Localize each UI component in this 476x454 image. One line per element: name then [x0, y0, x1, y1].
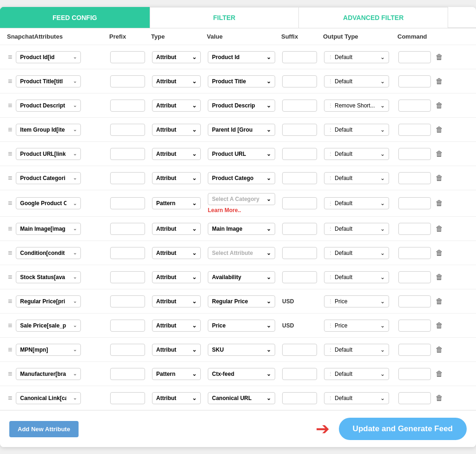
attribute-select[interactable]: MPN[mpn] ⌄ — [16, 344, 81, 356]
value-select[interactable]: Availability ⌄ — [208, 271, 275, 283]
output-type-select[interactable]: ⋮ Default ⌄ — [324, 344, 389, 356]
output-type-select[interactable]: ⋮ Default ⌄ — [324, 247, 389, 259]
suffix-input[interactable] — [282, 247, 317, 259]
drag-icon[interactable]: ≡ — [8, 199, 12, 207]
attribute-select[interactable]: Product Title[titl ⌄ — [16, 75, 81, 87]
delete-button[interactable]: 🗑 — [436, 297, 443, 306]
add-attribute-button[interactable]: Add New Attribute — [9, 421, 79, 437]
prefix-input[interactable] — [110, 148, 145, 160]
suffix-input[interactable] — [282, 344, 317, 356]
prefix-input[interactable] — [110, 320, 145, 332]
delete-button[interactable]: 🗑 — [436, 126, 443, 134]
prefix-input[interactable] — [110, 124, 145, 136]
drag-icon[interactable]: ≡ — [8, 249, 12, 257]
command-input[interactable] — [398, 100, 431, 112]
command-input[interactable] — [398, 124, 431, 136]
attribute-select[interactable]: Stock Status[ava ⌄ — [16, 271, 81, 283]
output-type-select[interactable]: ⋮ Price ⌄ — [324, 295, 389, 307]
command-input[interactable] — [398, 172, 431, 184]
prefix-input[interactable] — [110, 100, 145, 112]
drag-icon[interactable]: ≡ — [8, 370, 12, 378]
output-type-select[interactable]: ⋮ Default ⌄ — [324, 197, 389, 209]
prefix-input[interactable] — [110, 51, 145, 63]
attribute-select[interactable]: Product Categori ⌄ — [16, 172, 81, 184]
suffix-input[interactable] — [282, 75, 317, 87]
attribute-select[interactable]: Condition[condit ⌄ — [16, 247, 81, 259]
delete-button[interactable]: 🗑 — [436, 53, 443, 61]
prefix-input[interactable] — [110, 368, 145, 380]
command-input[interactable] — [398, 295, 431, 307]
output-type-select[interactable]: ⋮ Default ⌄ — [324, 148, 389, 160]
type-select[interactable]: Attribut ⌄ — [152, 271, 201, 283]
attribute-select[interactable]: Item Group Id[ite ⌄ — [16, 124, 81, 136]
command-input[interactable] — [398, 271, 431, 283]
drag-icon[interactable]: ≡ — [8, 174, 12, 182]
value-select[interactable]: Select Attribute ⌄ — [208, 247, 275, 259]
attribute-select[interactable]: Product URL[link ⌄ — [16, 148, 81, 160]
drag-icon[interactable]: ≡ — [8, 77, 12, 86]
value-select[interactable]: Main Image ⌄ — [208, 223, 275, 235]
command-input[interactable] — [398, 247, 431, 259]
command-input[interactable] — [398, 320, 431, 332]
command-input[interactable] — [398, 75, 431, 87]
drag-icon[interactable]: ≡ — [8, 273, 12, 281]
delete-button[interactable]: 🗑 — [436, 174, 443, 182]
type-select[interactable]: Pattern ⌄ — [152, 368, 201, 380]
attribute-select[interactable]: Sale Price[sale_p ⌄ — [16, 320, 81, 332]
value-select[interactable]: Regular Price ⌄ — [208, 295, 275, 307]
output-type-select[interactable]: ⋮ Price ⌄ — [324, 320, 389, 332]
attribute-select[interactable]: Google Product C ⌄ — [16, 197, 81, 209]
value-select[interactable]: Canonical URL ⌄ — [208, 392, 275, 404]
output-type-select[interactable]: ⋮ Default ⌄ — [324, 51, 389, 63]
value-select[interactable]: Ctx-feed ⌄ — [208, 368, 275, 380]
delete-button[interactable]: 🗑 — [436, 225, 443, 233]
value-select[interactable]: Product Id ⌄ — [208, 51, 275, 63]
output-type-select[interactable]: ⋮ Default ⌄ — [324, 223, 389, 235]
attribute-select[interactable]: Main Image[imag ⌄ — [16, 223, 81, 235]
drag-icon[interactable]: ≡ — [8, 321, 12, 330]
output-type-select[interactable]: ⋮ Default ⌄ — [324, 368, 389, 380]
value-select[interactable]: Price ⌄ — [208, 320, 275, 332]
attribute-select[interactable]: Product Id[id ⌄ — [16, 51, 81, 63]
prefix-input[interactable] — [110, 197, 145, 209]
suffix-input[interactable] — [282, 197, 317, 209]
delete-button[interactable]: 🗑 — [436, 199, 443, 207]
value-select[interactable]: Product URL ⌄ — [208, 148, 275, 160]
type-select[interactable]: Attribut ⌄ — [152, 100, 201, 112]
drag-icon[interactable]: ≡ — [8, 297, 12, 306]
command-input[interactable] — [398, 51, 431, 63]
type-select[interactable]: Attribut ⌄ — [152, 172, 201, 184]
prefix-input[interactable] — [110, 271, 145, 283]
value-select[interactable]: SKU ⌄ — [208, 344, 275, 356]
value-select[interactable]: Product Title ⌄ — [208, 75, 275, 87]
attribute-select[interactable]: Product Descript ⌄ — [16, 100, 81, 112]
command-input[interactable] — [398, 148, 431, 160]
delete-button[interactable]: 🗑 — [436, 150, 443, 158]
command-input[interactable] — [398, 197, 431, 209]
type-select[interactable]: Attribut ⌄ — [152, 392, 201, 404]
type-select[interactable]: Attribut ⌄ — [152, 148, 201, 160]
value-select[interactable]: Product Catego ⌄ — [208, 172, 275, 184]
prefix-input[interactable] — [110, 172, 145, 184]
tab-filter[interactable]: FILTER — [150, 7, 299, 28]
suffix-input[interactable] — [282, 100, 317, 112]
value-select[interactable]: Parent Id [Grou ⌄ — [208, 124, 275, 136]
attribute-select[interactable]: Regular Price[pri ⌄ — [16, 295, 81, 307]
attribute-select[interactable]: Manufacturer[bra ⌄ — [16, 368, 81, 380]
delete-button[interactable]: 🗑 — [436, 249, 443, 257]
value-select[interactable]: Select A Category ⌄ — [208, 193, 275, 205]
delete-button[interactable]: 🗑 — [436, 321, 443, 330]
tab-advanced-filter[interactable]: ADVANCED FILTER — [299, 7, 448, 28]
output-type-select[interactable]: ⋮ Remove Short... ⌄ — [324, 100, 389, 112]
type-select[interactable]: Attribut ⌄ — [152, 295, 201, 307]
drag-icon[interactable]: ≡ — [8, 53, 12, 61]
type-select[interactable]: Attribut ⌄ — [152, 51, 201, 63]
tab-feed-config[interactable]: FEED CONFIG — [0, 7, 150, 28]
command-input[interactable] — [398, 392, 431, 404]
type-select[interactable]: Attribut ⌄ — [152, 124, 201, 136]
output-type-select[interactable]: ⋮ Default ⌄ — [324, 392, 389, 404]
drag-icon[interactable]: ≡ — [8, 101, 12, 110]
prefix-input[interactable] — [110, 295, 145, 307]
prefix-input[interactable] — [110, 392, 145, 404]
attribute-select[interactable]: Canonical Link[ca ⌄ — [16, 392, 81, 404]
